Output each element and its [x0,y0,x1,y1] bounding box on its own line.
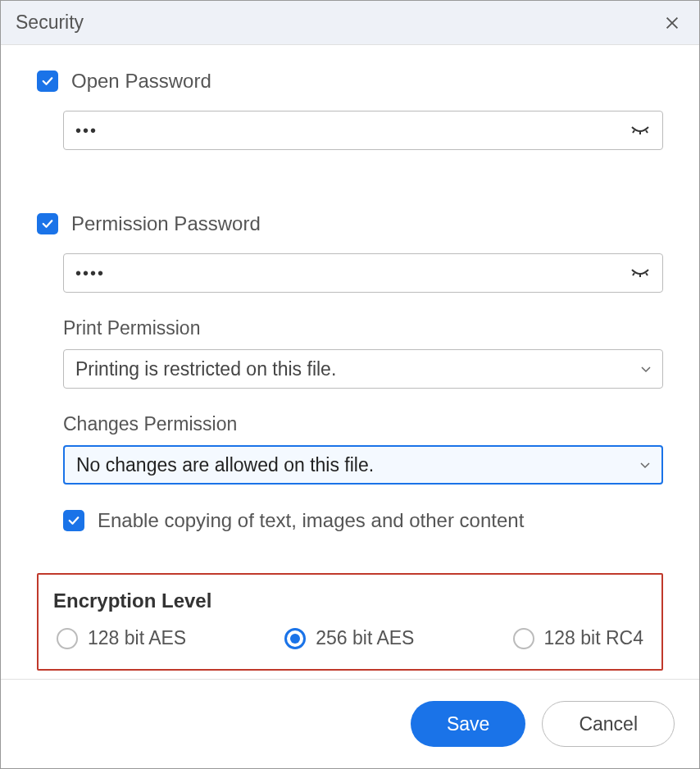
encryption-level-box: Encryption Level 128 bit AES 256 bit AES… [37,573,663,671]
cancel-button[interactable]: Cancel [542,701,675,747]
permission-password-row: Permission Password [37,212,663,235]
dialog-content: Open Password ••• Permission Password ••… [1,45,699,679]
open-password-label: Open Password [71,70,211,93]
svg-line-0 [633,130,634,133]
open-password-row: Open Password [37,70,663,93]
open-password-field-wrap: ••• [63,111,663,150]
changes-permission-label: Changes Permission [63,413,663,435]
radio-selected-icon [284,628,306,649]
chevron-down-icon [641,362,651,375]
save-button[interactable]: Save [411,701,525,747]
permission-password-input[interactable]: •••• [63,253,663,293]
enable-copy-row: Enable copying of text, images and other… [63,509,663,532]
svg-line-2 [646,130,648,133]
print-permission-select[interactable]: Printing is restricted on this file. [63,349,663,389]
encryption-option-128rc4[interactable]: 128 bit RC4 [513,627,643,649]
radio-icon [57,628,78,649]
permission-password-checkbox[interactable] [37,213,58,234]
enable-copy-label: Enable copying of text, images and other… [98,509,524,532]
chevron-down-icon [640,458,650,471]
permission-password-label: Permission Password [71,212,261,235]
enable-copy-checkbox[interactable] [63,510,84,531]
encryption-option-128aes[interactable]: 128 bit AES [57,627,186,649]
encryption-option-256aes[interactable]: 256 bit AES [284,627,414,649]
open-password-checkbox[interactable] [37,71,58,92]
svg-line-3 [633,273,634,275]
print-permission-label: Print Permission [63,317,663,339]
changes-permission-select[interactable]: No changes are allowed on this file. [63,445,663,485]
svg-line-5 [646,273,648,275]
open-password-input[interactable]: ••• [63,111,663,150]
changes-permission-value: No changes are allowed on this file. [76,454,374,476]
permission-password-field-wrap: •••• Print Permission Printing is restri… [63,253,663,485]
dialog-title: Security [16,11,84,34]
encryption-option-label: 128 bit AES [88,627,186,649]
encryption-option-label: 256 bit AES [316,627,414,649]
encryption-option-label: 128 bit RC4 [544,627,643,649]
encryption-options: 128 bit AES 256 bit AES 128 bit RC4 [53,627,647,649]
dialog-titlebar: Security [1,1,699,45]
eye-closed-icon[interactable] [630,268,651,278]
dialog-footer: Save Cancel [1,679,699,768]
permission-password-value: •••• [75,264,630,283]
encryption-title: Encryption Level [53,589,647,612]
radio-icon [513,628,534,649]
open-password-value: ••• [75,121,630,140]
eye-closed-icon[interactable] [630,125,651,135]
print-permission-value: Printing is restricted on this file. [75,358,336,380]
close-icon[interactable] [660,11,684,35]
